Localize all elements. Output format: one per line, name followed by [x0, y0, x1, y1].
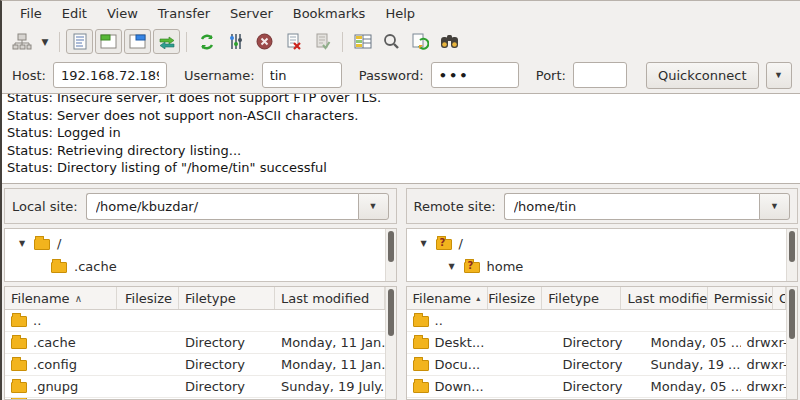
scrollbar-thumb[interactable]	[388, 231, 394, 262]
site-manager-dropdown[interactable]: ▼	[37, 29, 53, 54]
toggle-log-button[interactable]	[66, 29, 93, 54]
column-header-last-modified[interactable]: Last modified	[275, 287, 385, 309]
column-header-owner[interactable]: O	[773, 287, 786, 309]
filter-icon	[229, 33, 243, 50]
toggle-remote-tree-button[interactable]	[124, 29, 151, 54]
file-row-desktop[interactable]: Deskt... Directory Monday, 05 ... drwxr-…	[407, 332, 787, 354]
binoculars-icon	[440, 34, 459, 49]
local-tree-view[interactable]: ▼ / .cache	[4, 228, 397, 282]
directory-comparison-button[interactable]	[349, 29, 376, 54]
folder-icon	[11, 382, 27, 393]
local-tree-scrollbar[interactable]	[385, 229, 396, 281]
file-row-documents[interactable]: Docu... Directory Sunday, 19 ... drwxr-x…	[407, 354, 787, 376]
column-header-last-modified[interactable]: Last modified	[621, 287, 707, 309]
local-list-scrollbar[interactable]	[385, 287, 396, 399]
column-header-filesize[interactable]: Filesize	[488, 287, 543, 309]
folder-icon	[11, 316, 27, 327]
chevron-down-icon: ▼	[774, 70, 783, 80]
column-header-filetype[interactable]: Filetype	[179, 287, 275, 309]
local-site-dropdown[interactable]: ▼	[358, 193, 389, 220]
folder-unknown-icon	[436, 239, 452, 250]
expander-icon[interactable]: ▼	[419, 239, 429, 248]
column-header-filesize[interactable]: Filesize	[117, 287, 179, 309]
browser-panes: Local site: ▼ ▼ / .cache	[2, 184, 800, 400]
username-input[interactable]	[262, 62, 342, 88]
expander-icon[interactable]: ▼	[17, 239, 27, 248]
expander-icon[interactable]: ▼	[447, 262, 457, 271]
tree-item-home[interactable]: ▼ home	[407, 255, 798, 278]
tree-item-label: home	[487, 259, 524, 274]
remote-list-scrollbar[interactable]	[786, 287, 797, 399]
synchronized-browsing-button[interactable]	[378, 29, 405, 54]
remote-tree-view[interactable]: ▼ / ▼ home	[406, 228, 799, 282]
file-row-config[interactable]: .config Directory Monday, 11 Jan...	[5, 354, 385, 376]
log-view-icon	[73, 33, 87, 50]
tree-item-label: /	[459, 236, 463, 251]
recursive-search-button[interactable]	[407, 29, 434, 54]
menu-server[interactable]: Server	[220, 3, 283, 24]
quickconnect-dropdown[interactable]: ▼	[766, 62, 792, 89]
remote-file-list: Filename▴ Filesize Filetype Last modifie…	[406, 286, 799, 400]
chevron-down-icon: ▼	[770, 201, 779, 211]
refresh-button[interactable]	[193, 29, 220, 54]
local-tree-icon	[100, 34, 117, 49]
toolbar-separator	[186, 32, 187, 52]
menu-bar: File Edit View Transfer Server Bookmarks…	[2, 1, 800, 26]
password-input[interactable]	[431, 62, 519, 88]
remote-pane: Remote site: ▼ ▼ / ▼ home	[406, 188, 799, 400]
filter-button[interactable]	[222, 29, 249, 54]
remote-tree-scrollbar[interactable]	[786, 229, 797, 281]
menu-file[interactable]: File	[10, 3, 52, 24]
username-label: Username:	[184, 68, 255, 83]
file-row-cache[interactable]: .cache Directory Monday, 11 Jan...	[5, 332, 385, 354]
host-input[interactable]	[53, 62, 167, 88]
file-row-up[interactable]: ..	[407, 310, 787, 332]
scrollbar-thumb[interactable]	[388, 289, 394, 336]
menu-view[interactable]: View	[97, 3, 148, 24]
menu-edit[interactable]: Edit	[52, 3, 97, 24]
tree-item-root[interactable]: ▼ /	[407, 232, 798, 255]
menu-transfer[interactable]: Transfer	[148, 3, 220, 24]
port-input[interactable]	[573, 62, 627, 88]
file-row-partial[interactable]	[5, 398, 385, 399]
folder-icon	[11, 338, 27, 349]
chevron-down-icon: ▼	[369, 201, 378, 211]
column-header-filename[interactable]: Filename▴	[407, 287, 488, 309]
quickconnect-button[interactable]: Quickconnect	[646, 62, 759, 89]
status-log[interactable]: Status: Insecure server, it does not sup…	[2, 94, 800, 184]
tree-item-root[interactable]: ▼ /	[5, 232, 396, 255]
folder-icon	[34, 239, 50, 250]
cancel-button[interactable]	[251, 29, 278, 54]
reconnect-button[interactable]	[309, 29, 336, 54]
scrollbar-thumb[interactable]	[789, 289, 795, 339]
toggle-transfer-queue-button[interactable]	[153, 29, 180, 54]
synchronized-browsing-icon	[383, 33, 400, 50]
status-line: Status: Server does not support non-ASCI…	[7, 107, 795, 125]
remote-tree-icon	[129, 34, 146, 49]
disconnect-icon	[286, 33, 302, 50]
site-manager-button[interactable]	[8, 29, 35, 54]
toolbar: ▼	[2, 26, 800, 57]
local-site-input[interactable]	[86, 193, 358, 220]
chevron-down-icon: ▼	[42, 37, 49, 47]
remote-list-header: Filename▴ Filesize Filetype Last modifie…	[407, 287, 798, 310]
remote-site-input[interactable]	[504, 193, 759, 220]
file-row-up[interactable]: ..	[5, 310, 385, 332]
file-row-downloads[interactable]: Down... Directory Monday, 05 ... drwxr-x…	[407, 376, 787, 398]
tree-item-cache[interactable]: .cache	[5, 255, 396, 278]
local-site-label: Local site:	[12, 199, 78, 214]
find-files-button[interactable]	[436, 29, 463, 54]
column-header-filetype[interactable]: Filetype	[542, 287, 621, 309]
folder-unknown-icon	[464, 262, 480, 273]
column-header-filename[interactable]: Filename∧	[5, 287, 117, 309]
menu-help[interactable]: Help	[375, 3, 425, 24]
tree-item-label: .cache	[74, 259, 117, 274]
scrollbar-thumb[interactable]	[789, 231, 795, 262]
file-row-gnupg[interactable]: .gnupg Directory Sunday, 19 July...	[5, 376, 385, 398]
remote-site-combo: ▼	[504, 193, 790, 220]
menu-bookmarks[interactable]: Bookmarks	[283, 3, 376, 24]
disconnect-button[interactable]	[280, 29, 307, 54]
column-header-permission[interactable]: Permission	[708, 287, 773, 309]
toggle-local-tree-button[interactable]	[95, 29, 122, 54]
remote-site-dropdown[interactable]: ▼	[759, 193, 790, 220]
